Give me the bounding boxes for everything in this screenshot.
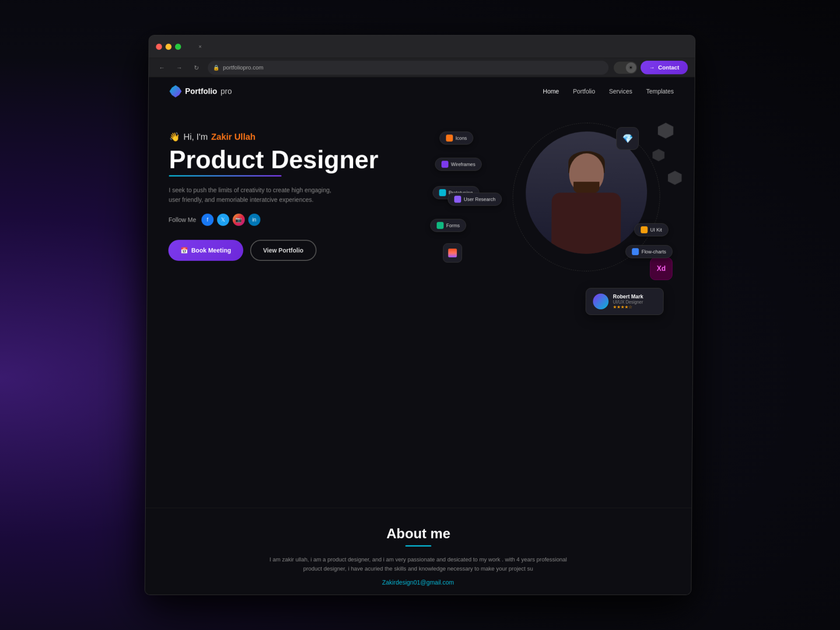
hex-shape-1 <box>658 123 674 139</box>
lock-icon: 🔒 <box>213 64 220 70</box>
about-text: I am zakir ullah, i am a product designe… <box>266 556 570 574</box>
address-bar[interactable]: 🔒 portfoliopro.com <box>208 60 609 74</box>
nav-services[interactable]: Services <box>609 88 632 95</box>
icons-badge: Icons <box>439 132 473 145</box>
flowcharts-badge: Flow-charts <box>625 245 672 258</box>
hero-name: Zakir Ullah <box>211 132 256 142</box>
review-stars: ★★★★☆ <box>613 304 656 309</box>
user-research-badge-icon <box>454 196 461 203</box>
wave-emoji: 👋 <box>169 132 180 142</box>
ui-kit-badge-label: UI Kit <box>650 227 662 232</box>
tab-area: × <box>188 43 688 50</box>
about-underline <box>405 546 431 547</box>
view-portfolio-button[interactable]: View Portfolio <box>250 240 317 261</box>
browser-toolbar: ← → ↻ 🔒 portfoliopro.com ☀ → Contact <box>149 58 695 77</box>
person-silhouette <box>542 154 630 254</box>
minimize-button[interactable] <box>165 43 172 49</box>
instagram-icon[interactable]: 📷 <box>233 214 245 226</box>
nav-home[interactable]: Home <box>543 88 559 95</box>
address-text: portfoliopro.com <box>223 64 263 71</box>
reviewer-role: UI/UX Designer <box>613 300 656 304</box>
forms-badge-label: Forms <box>446 223 460 228</box>
logo-icon <box>169 85 182 98</box>
follow-label: Follow Me <box>168 216 196 223</box>
ui-kit-badge-icon <box>641 226 648 233</box>
flowcharts-badge-label: Flow-charts <box>641 249 666 254</box>
twitter-icon[interactable]: 𝕏 <box>217 214 229 226</box>
nav-templates[interactable]: Templates <box>646 88 674 95</box>
logo: Portfolio pro <box>169 85 232 98</box>
title-bar: × <box>149 35 695 58</box>
site-nav: Portfolio pro Home Portfolio Services Te… <box>149 77 695 105</box>
about-section: About me I am zakir ullah, i am a produc… <box>145 508 691 595</box>
greeting: 👋 Hi, I'm Zakir Ullah <box>169 132 431 142</box>
hero-description: I seek to push the limits of creativity … <box>169 185 342 205</box>
logo-bold: Portfolio <box>185 87 217 96</box>
prototyping-badge-icon <box>439 189 446 196</box>
forward-button[interactable]: → <box>173 61 186 74</box>
wireframes-badge: Wireframes <box>435 158 482 171</box>
theme-toggle[interactable]: ☀ <box>613 61 637 74</box>
browser-window: × ← → ↻ 🔒 portfoliopro.com ☀ → Contact <box>145 35 695 595</box>
hero-buttons: 📅 Book Meeting View Portfolio <box>168 240 430 261</box>
flowcharts-badge-icon <box>632 248 639 255</box>
hero-left: 👋 Hi, I'm Zakir Ullah Product Designer I… <box>168 123 431 261</box>
close-button[interactable] <box>156 43 162 49</box>
hero-section: 👋 Hi, I'm Zakir Ullah Product Designer I… <box>146 105 694 508</box>
reviewer-name: Robert Mark <box>613 294 656 300</box>
sketch-badge: 💎 <box>616 127 639 150</box>
hero-title: Product Designer <box>169 146 431 174</box>
contact-arrow-icon: → <box>649 64 655 71</box>
title-underline <box>169 175 281 176</box>
refresh-button[interactable]: ↻ <box>190 61 203 74</box>
figma-badge <box>443 243 462 262</box>
wireframes-badge-label: Wireframes <box>451 161 476 167</box>
icons-badge-icon <box>446 135 453 142</box>
wireframes-badge-icon <box>441 161 448 168</box>
person-head <box>569 154 604 193</box>
contact-label: Contact <box>658 64 679 71</box>
forms-badge-icon <box>437 222 444 229</box>
reviewer-info: Robert Mark UI/UX Designer ★★★★☆ <box>613 294 656 309</box>
person-beard <box>574 182 600 195</box>
user-research-badge-label: User Research <box>464 196 496 202</box>
hex-shape-3 <box>668 171 682 185</box>
xd-badge: Xd <box>650 257 672 280</box>
designer-image <box>525 132 648 254</box>
follow-row: Follow Me f 𝕏 📷 in <box>168 214 430 226</box>
traffic-lights <box>156 43 181 49</box>
browser-frame: × ← → ↻ 🔒 portfoliopro.com ☀ → Contact <box>145 35 695 595</box>
website-content: Portfolio pro Home Portfolio Services Te… <box>145 77 694 595</box>
toggle-knob: ☀ <box>626 62 636 73</box>
hex-shape-2 <box>652 149 665 161</box>
person-hair <box>568 151 605 173</box>
nav-portfolio[interactable]: Portfolio <box>573 88 595 95</box>
facebook-icon[interactable]: f <box>201 214 214 226</box>
maximize-button[interactable] <box>175 43 181 49</box>
orbit-line <box>512 123 661 272</box>
hero-right: Icons Wireframes Prototyping <box>430 123 674 324</box>
nav-links: Home Portfolio Services Templates <box>543 88 674 95</box>
greeting-prefix: Hi, I'm <box>183 132 208 142</box>
designer-portrait <box>525 132 648 254</box>
person-body <box>551 192 621 254</box>
book-meeting-button[interactable]: 📅 Book Meeting <box>168 240 243 261</box>
review-card: Robert Mark UI/UX Designer ★★★★☆ <box>585 288 664 315</box>
about-email: Zakirdesign01@gmail.com <box>166 579 670 586</box>
reviewer-avatar <box>593 294 609 309</box>
view-portfolio-label: View Portfolio <box>263 247 303 254</box>
tab-close-icon[interactable]: × <box>196 43 203 50</box>
browser-actions: ☀ → Contact <box>613 61 688 74</box>
calendar-icon: 📅 <box>180 247 188 254</box>
social-icons: f 𝕏 📷 in <box>201 214 260 226</box>
icons-badge-label: Icons <box>455 136 467 141</box>
book-meeting-label: Book Meeting <box>191 247 231 254</box>
linkedin-icon[interactable]: in <box>248 214 260 226</box>
figma-icon <box>448 248 457 257</box>
logo-light: pro <box>220 87 232 96</box>
forms-badge: Forms <box>430 219 466 232</box>
contact-button[interactable]: → Contact <box>640 61 688 74</box>
ui-kit-badge: UI Kit <box>634 223 668 236</box>
user-research-badge: User Research <box>448 192 502 206</box>
back-button[interactable]: ← <box>156 61 168 74</box>
